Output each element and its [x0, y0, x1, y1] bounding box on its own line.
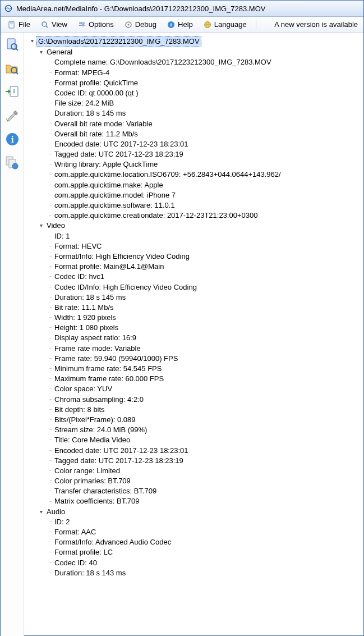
tree-leaf-label[interactable]: Tagged date: UTC 2017-12-23 18:23:19	[54, 149, 183, 159]
tree-leaf-connector: ┈	[47, 202, 54, 209]
tree-leaf-label[interactable]: Format profile: Main@L4.1@Main	[54, 262, 164, 272]
tree-leaf-connector: ┈	[47, 253, 54, 260]
menu-debug-label: Debug	[135, 20, 156, 29]
tree-leaf-label[interactable]: Format profile: LC	[54, 547, 113, 557]
sidebar-open-file-button[interactable]	[3, 36, 21, 54]
tree-leaf-label[interactable]: Encoded date: UTC 2017-12-23 18:23:01	[54, 139, 188, 149]
tree-leaf-label[interactable]: com.apple.quicktime.model: iPhone 7	[54, 190, 176, 200]
tree-leaf-label[interactable]: Encoded date: UTC 2017-12-23 18:23:01	[54, 446, 188, 456]
tree-leaf-label[interactable]: Frame rate: 59.940 (59940/1000) FPS	[54, 354, 178, 364]
tree-leaf-label[interactable]: Format profile: QuickTime	[54, 78, 138, 88]
tree-section-label[interactable]: Audio	[45, 507, 66, 517]
svg-line-21	[16, 48, 18, 51]
tree-leaf-connector: ┈	[47, 242, 54, 250]
menu-file[interactable]: File	[4, 19, 34, 30]
sidebar-open-folder-button[interactable]	[3, 60, 21, 77]
tree-leaf-connector: ┈	[47, 99, 54, 107]
tree-leaf-label[interactable]: Color primaries: BT.709	[54, 476, 131, 486]
sidebar: i i	[1, 33, 24, 636]
tree-leaf-label[interactable]: Frame rate mode: Variable	[54, 344, 141, 354]
tree-leaf-label[interactable]: Stream size: 24.0 MiB (99%)	[54, 425, 147, 435]
tree-leaf-label[interactable]: Matrix coefficients: BT.709	[54, 496, 140, 506]
tree-leaf-label[interactable]: Minimum frame rate: 54.545 FPS	[54, 364, 162, 374]
tree-expander[interactable]	[38, 222, 44, 230]
tree-leaf-label[interactable]: com.apple.quicktime.make: Apple	[54, 180, 163, 190]
menu-options-label: Options	[89, 20, 114, 29]
tree-leaf-label[interactable]: Bit depth: 8 bits	[54, 405, 105, 415]
tree-leaf-label[interactable]: Maximum frame rate: 60.000 FPS	[54, 374, 164, 384]
tree-section-label[interactable]: Video	[45, 221, 66, 231]
tree-leaf-label[interactable]: Transfer characteristics: BT.709	[54, 486, 156, 496]
tree-leaf-connector: ┈	[47, 548, 54, 556]
tree-leaf-label[interactable]: Width: 1 920 pixels	[54, 313, 116, 323]
tree-leaf-label[interactable]: Codec ID: qt 0000.00 (qt )	[54, 88, 139, 98]
window-title: MediaArea.net/MediaInfo - G:\Downloads\2…	[16, 4, 265, 13]
tree-leaf-label[interactable]: Height: 1 080 pixels	[54, 323, 118, 333]
sidebar-preferences-button[interactable]	[3, 107, 21, 125]
tree-leaf-label[interactable]: Chroma subsampling: 4:2:0	[54, 395, 144, 405]
tree-leaf-label[interactable]: Complete name: G:\Downloads\201712232123…	[54, 57, 271, 67]
options-icon	[77, 20, 86, 29]
tree-leaf-label[interactable]: ID: 1	[54, 231, 70, 241]
tree-leaf-label[interactable]: Bits/(Pixel*Frame): 0.089	[54, 415, 136, 425]
tree-leaf-label[interactable]: Format: HEVC	[54, 241, 102, 251]
tree-leaf-label[interactable]: ID: 2	[54, 517, 70, 527]
tree-leaf-label[interactable]: Overall bit rate mode: Variable	[54, 119, 153, 129]
tree-section-label[interactable]: General	[45, 47, 73, 57]
tree-expander[interactable]	[38, 48, 44, 56]
file-icon	[7, 20, 16, 29]
svg-point-33	[12, 163, 18, 169]
tree-leaf-label[interactable]: Color space: YUV	[54, 384, 112, 394]
tree-leaf-label[interactable]: Writing library: Apple QuickTime	[54, 159, 158, 170]
menu-language[interactable]: Language	[200, 19, 250, 30]
menu-help[interactable]: i Help	[163, 19, 196, 30]
tree-leaf-label[interactable]: Format/Info: High Efficiency Video Codin…	[54, 251, 190, 262]
update-available-link[interactable]: A new version is available	[274, 20, 360, 29]
tree-leaf-label[interactable]: Duration: 18 s 145 ms	[54, 292, 126, 303]
tree-leaf-label[interactable]: Display aspect ratio: 16:9	[54, 333, 136, 343]
tree-leaf-label[interactable]: com.apple.quicktime.location.ISO6709: +5…	[54, 170, 281, 180]
sidebar-about-button[interactable]: i	[3, 130, 21, 148]
tree-leaf-label[interactable]: Format: AAC	[54, 527, 96, 537]
tree-leaf-connector: ┈	[47, 273, 54, 281]
tree-leaf-label[interactable]: File size: 24.2 MiB	[54, 98, 114, 108]
svg-point-27	[7, 120, 8, 122]
tree-leaf-label[interactable]: Duration: 18 s 145 ms	[54, 108, 126, 118]
svg-rect-5	[10, 25, 13, 25]
tree-view[interactable]: G:\Downloads\20171223212300_IMG_7283.MOV…	[24, 33, 363, 636]
sidebar-web-button[interactable]	[3, 154, 21, 172]
tree-leaf-label[interactable]: Codec ID: hvc1	[54, 272, 104, 282]
menu-options[interactable]: Options	[74, 19, 117, 30]
tree-leaf-connector: ┈	[47, 416, 54, 424]
tree-leaf-connector: ┈	[47, 283, 54, 291]
tree-leaf-label[interactable]: Codec ID/Info: High Efficiency Video Cod…	[54, 282, 197, 292]
svg-point-13	[127, 24, 129, 25]
tree-leaf-label[interactable]: Bit rate: 11.1 Mb/s	[54, 303, 114, 313]
tree-leaf-label[interactable]: Title: Core Media Video	[54, 435, 130, 445]
tree-leaf-connector: ┈	[47, 569, 54, 577]
tree-expander[interactable]	[38, 508, 44, 516]
tree-root-label[interactable]: G:\Downloads\20171223212300_IMG_7283.MOV	[36, 36, 201, 47]
tree-leaf-connector: ┈	[47, 191, 54, 199]
tree-leaf-label[interactable]: Color range: Limited	[54, 466, 120, 476]
tree-expander[interactable]	[29, 37, 35, 45]
menu-separator	[256, 20, 256, 30]
tree-leaf-label[interactable]: Format: MPEG-4	[54, 68, 109, 78]
tree-leaf-label[interactable]: com.apple.quicktime.creationdate: 2017-1…	[54, 211, 257, 221]
tree-leaf-label[interactable]: Format/Info: Advanced Audio Codec	[54, 537, 171, 547]
title-bar: MediaArea.net/MediaInfo - G:\Downloads\2…	[1, 0, 363, 17]
tree-leaf-label[interactable]: Codec ID: 40	[54, 558, 97, 568]
tree-leaf-label[interactable]: com.apple.quicktime.software: 11.0.1	[54, 200, 175, 211]
sidebar-export-button[interactable]: i	[3, 83, 21, 101]
menu-debug[interactable]: Debug	[121, 19, 160, 30]
tree-leaf-label[interactable]: Tagged date: UTC 2017-12-23 18:23:19	[54, 456, 183, 466]
tree-leaf-label[interactable]: Overall bit rate: 11.2 Mb/s	[54, 129, 138, 139]
menu-view[interactable]: View	[37, 19, 71, 30]
tree-leaf-connector: ┈	[47, 89, 54, 97]
tree-leaf-connector: ┈	[47, 212, 54, 219]
menu-view-label: View	[52, 20, 67, 29]
menu-file-label: File	[19, 20, 30, 29]
tree-leaf-connector: ┈	[47, 477, 54, 485]
tree-leaf-connector: ┈	[47, 457, 54, 465]
tree-leaf-label[interactable]: Duration: 18 s 143 ms	[54, 568, 126, 578]
